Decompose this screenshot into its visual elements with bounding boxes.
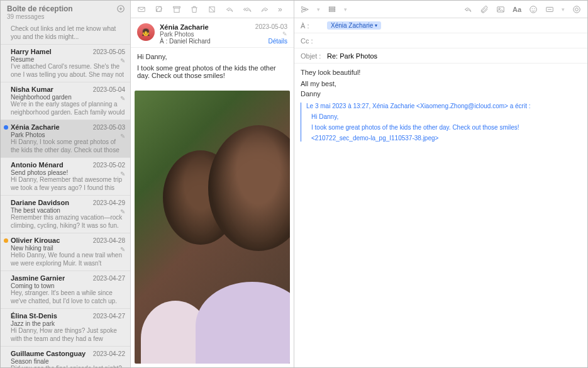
unread-dot-icon xyxy=(4,276,8,281)
date: 2023-04-28 xyxy=(93,237,125,244)
preview: We're in the early stages of planning a … xyxy=(11,101,125,116)
draft-icon: ✎ xyxy=(120,95,125,102)
subject: New hiking trail xyxy=(11,245,125,252)
cc-input[interactable] xyxy=(327,37,581,45)
preview: I've attached Carol's resume. She's the … xyxy=(11,63,125,78)
junk-icon[interactable] xyxy=(208,5,216,14)
viewer-toolbar: » xyxy=(131,1,294,18)
subject: Season finale xyxy=(11,358,125,365)
subject-row[interactable]: Objet : xyxy=(294,48,587,64)
svg-rect-4 xyxy=(174,8,179,12)
subject: Neighborhood garden xyxy=(11,94,125,101)
date: 2023-04-22 xyxy=(93,350,125,357)
cc-row[interactable]: Cc : xyxy=(294,33,587,48)
message-list-item[interactable]: Jasmine Garnier2023-04-27Coming to townH… xyxy=(1,271,130,309)
unread-dot-icon xyxy=(4,238,8,243)
subject-input[interactable] xyxy=(327,52,581,60)
mailbox-title: Boîte de réception xyxy=(7,4,73,13)
message-list-item[interactable]: Xénia Zacharie2023-05-03Park Photos✎Hi D… xyxy=(1,120,130,158)
message-count: 39 messages xyxy=(7,13,73,20)
date: 2023-05-03 xyxy=(93,124,125,131)
sender: Harry Hamel xyxy=(11,48,52,55)
draft-indicator-icon: ✎ xyxy=(282,31,287,38)
body-greeting: Hi Danny, xyxy=(137,53,287,60)
forward-icon[interactable] xyxy=(260,5,269,14)
reply-icon[interactable] xyxy=(225,5,234,14)
message-list-item[interactable]: Nisha Kumar2023-05-04Neighborhood garden… xyxy=(1,82,130,120)
emoji-icon[interactable] xyxy=(529,5,538,14)
mail-app: Boîte de réception 39 messages Check out… xyxy=(1,1,587,367)
quote-attachment: <210722_sec_demo-la_pg_I110537-38.jpeg> xyxy=(311,135,581,142)
message-list-pane: Boîte de réception 39 messages Check out… xyxy=(1,1,131,367)
to-label: À : xyxy=(301,22,323,30)
header-fields-icon[interactable] xyxy=(328,5,336,14)
message-list[interactable]: Check out links and let me know what you… xyxy=(1,21,130,367)
reply-all-icon[interactable] xyxy=(243,5,252,14)
sender: Dariane Davidson xyxy=(11,199,69,206)
message-list-item[interactable]: Harry Hamel2023-05-05Resume✎I've attache… xyxy=(1,45,130,82)
quote-greeting: Hi Danny, xyxy=(311,113,581,120)
sidebar-header: Boîte de réception 39 messages xyxy=(1,1,130,21)
compose-line: Danny xyxy=(301,90,581,98)
unread-dot-icon xyxy=(4,125,8,130)
sender: Guillaume Castonguay xyxy=(11,350,86,357)
draft-icon: ✎ xyxy=(120,170,125,177)
body-text: I took some great photos of the kids the… xyxy=(137,64,287,79)
sender: Jasmine Garnier xyxy=(11,274,65,282)
unread-dot-icon xyxy=(4,87,8,92)
draft-icon: ✎ xyxy=(120,208,125,215)
more-icon[interactable]: » xyxy=(278,5,282,14)
format-icon[interactable]: Aa xyxy=(513,5,521,14)
svg-point-17 xyxy=(575,8,579,11)
attach-icon[interactable] xyxy=(480,5,489,14)
subject: The best vacation xyxy=(11,207,125,214)
filter-icon[interactable] xyxy=(116,4,125,13)
send-icon[interactable] xyxy=(301,5,309,14)
quote-body: I took some great photos of the kids the… xyxy=(311,124,581,131)
viewer-body: Hi Danny, I took some great photos of th… xyxy=(131,48,294,88)
details-link[interactable]: Détails xyxy=(268,38,287,45)
media-icon[interactable] xyxy=(545,5,554,14)
preview: Hey, stranger. It's been a while since w… xyxy=(11,289,125,304)
message-list-item[interactable]: Olivier Kirouac2023-04-28New hiking trai… xyxy=(1,233,130,271)
sender: Olivier Kirouac xyxy=(11,237,60,244)
compose-pane: ▾ ▾ Aa ▾ À : Xénia Zacharie Cc : Objet xyxy=(294,1,587,367)
viewer-date: 2023-05-03 xyxy=(255,23,287,31)
attached-photo[interactable] xyxy=(135,91,290,364)
dictation-icon[interactable] xyxy=(572,5,581,14)
to-row[interactable]: À : Xénia Zacharie xyxy=(294,18,587,33)
message-list-item[interactable]: Antonio Ménard2023-05-02Send photos plea… xyxy=(1,158,130,196)
compose-body[interactable]: They look beautiful! All my best, Danny … xyxy=(294,64,587,150)
date: 2023-04-27 xyxy=(93,313,125,320)
message-list-item[interactable]: Guillaume Castonguay2023-04-22Season fin… xyxy=(1,347,130,367)
reply-type-icon[interactable] xyxy=(463,5,472,14)
message-viewer-pane: » 👧 Xénia Zacharie 2023-05-03 Park Photo… xyxy=(131,1,294,367)
svg-rect-7 xyxy=(329,6,335,8)
date: 2023-05-04 xyxy=(93,86,125,93)
envelope-icon[interactable] xyxy=(137,5,146,14)
draft-icon: ✎ xyxy=(120,57,125,64)
svg-point-16 xyxy=(574,6,580,13)
compose-line: They look beautiful! xyxy=(301,69,581,76)
trash-icon[interactable] xyxy=(190,5,199,14)
subject: Send photos please! xyxy=(11,169,125,176)
unread-dot-icon xyxy=(4,201,8,205)
compose-fields: À : Xénia Zacharie Cc : Objet : xyxy=(294,18,587,64)
message-list-item[interactable]: Dariane Davidson2023-04-29The best vacat… xyxy=(1,196,130,233)
preview: Hi Danny, How are things? Just spoke wit… xyxy=(11,327,125,342)
cc-label: Cc : xyxy=(301,37,323,45)
message-list-item[interactable]: Élina St-Denis2023-04-27Jazz in the park… xyxy=(1,309,130,347)
unread-dot-icon xyxy=(4,163,8,167)
subject: Park Photos xyxy=(11,131,125,138)
compose-icon[interactable] xyxy=(155,5,164,14)
archive-icon[interactable] xyxy=(172,5,181,14)
date: 2023-04-29 xyxy=(93,199,125,206)
photo-icon[interactable] xyxy=(496,5,505,14)
svg-point-12 xyxy=(530,6,537,13)
preview: Hello Danny, We found a new trail when w… xyxy=(11,252,125,267)
recipient-pill[interactable]: Xénia Zacharie xyxy=(327,21,381,30)
sender: Antonio Ménard xyxy=(11,161,64,169)
subject: Coming to town xyxy=(11,282,125,289)
preview: Hi Danny, Remember that awesome trip we … xyxy=(11,176,125,191)
message-list-item[interactable]: Check out links and let me know what you… xyxy=(1,21,130,45)
